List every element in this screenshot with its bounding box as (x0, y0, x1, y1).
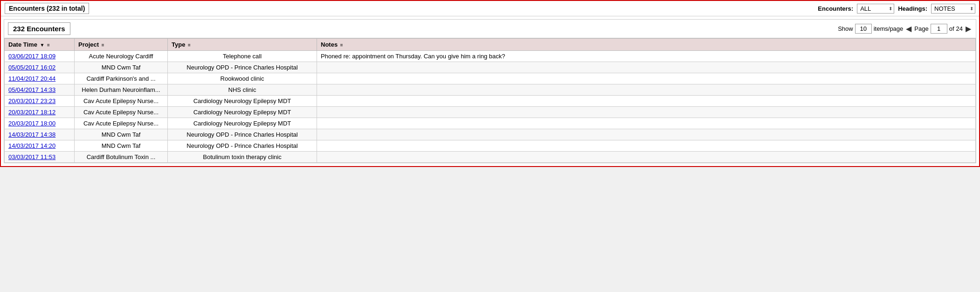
headings-filter-label: Headings: (898, 5, 927, 12)
headings-select[interactable]: NOTES SUMMARY DETAILS (931, 4, 975, 14)
datetime-link[interactable]: 14/03/2017 14:20 (8, 142, 55, 149)
table-row: 03/03/2017 11:53Cardiff Botulinum Toxin … (5, 152, 976, 163)
page-label: Page (914, 25, 928, 32)
encounters-select-wrapper[interactable]: ALL Active Inactive (857, 4, 894, 14)
col-header-datetime[interactable]: Date Time ▼ ≡ (5, 39, 75, 51)
cell-datetime: 11/04/2017 20:44 (5, 73, 75, 84)
panel-title: Encounters (232 in total) (5, 3, 89, 14)
cell-project: MND Cwm Taf (75, 129, 168, 140)
datetime-link[interactable]: 05/05/2017 16:02 (8, 64, 55, 71)
datetime-sort-icon[interactable]: ▼ (40, 42, 45, 48)
datetime-link[interactable]: 03/03/2017 11:53 (8, 153, 55, 160)
cell-datetime: 03/03/2017 11:53 (5, 152, 75, 163)
encounters-count: 232 Encounters (8, 22, 70, 35)
cell-project: Cav Acute Epilepsy Nurse... (75, 118, 168, 129)
cell-project: Cardiff Botulinum Toxin ... (75, 152, 168, 163)
of-label: of (949, 25, 954, 32)
cell-notes (317, 129, 976, 140)
total-pages: 24 (956, 25, 963, 32)
cell-project: Cardiff Parkinson's and ... (75, 73, 168, 84)
table-row: 14/03/2017 14:38MND Cwm TafNeurology OPD… (5, 129, 976, 140)
project-filter-icon[interactable]: ≡ (102, 42, 104, 48)
table-body: 03/06/2017 18:09Acute Neurology CardiffT… (5, 51, 976, 163)
col-header-notes[interactable]: Notes ≡ (317, 39, 976, 51)
cell-type: Cardiology Neurology Epilepsy MDT (168, 118, 317, 129)
next-page-button[interactable]: ▶ (965, 24, 972, 33)
top-bar-controls: Encounters: ALL Active Inactive Headings… (818, 4, 975, 14)
cell-type: Neurology OPD - Prince Charles Hospital (168, 62, 317, 73)
table-row: 20/03/2017 23:23Cav Acute Epilepsy Nurse… (5, 96, 976, 107)
table-row: 14/03/2017 14:20MND Cwm TafNeurology OPD… (5, 140, 976, 152)
current-page-input[interactable] (931, 24, 947, 34)
cell-notes (317, 73, 976, 84)
table-row: 11/04/2017 20:44Cardiff Parkinson's and … (5, 73, 976, 84)
datetime-link[interactable]: 20/03/2017 23:23 (8, 97, 55, 104)
cell-type: Telephone call (168, 51, 317, 62)
cell-notes (317, 62, 976, 73)
cell-datetime: 03/06/2017 18:09 (5, 51, 75, 62)
col-notes-label: Notes (321, 41, 338, 48)
cell-datetime: 05/04/2017 14:33 (5, 84, 75, 96)
datetime-link[interactable]: 20/03/2017 18:00 (8, 120, 55, 127)
cell-datetime: 14/03/2017 14:20 (5, 140, 75, 152)
cell-datetime: 20/03/2017 18:00 (5, 118, 75, 129)
cell-project: MND Cwm Taf (75, 140, 168, 152)
type-filter-icon[interactable]: ≡ (188, 42, 191, 48)
datetime-link[interactable]: 11/04/2017 20:44 (8, 75, 55, 82)
cell-project: MND Cwm Taf (75, 62, 168, 73)
encounters-panel: Encounters (232 in total) Encounters: AL… (0, 0, 980, 167)
cell-notes: Phoned re: appointment on Thursday. Can … (317, 51, 976, 62)
cell-type: Botulinum toxin therapy clinic (168, 152, 317, 163)
show-label: Show (838, 25, 853, 32)
datetime-link[interactable]: 14/03/2017 14:38 (8, 131, 55, 138)
notes-filter-icon[interactable]: ≡ (340, 42, 343, 48)
cell-type: Rookwood clinic (168, 73, 317, 84)
cell-type: Neurology OPD - Prince Charles Hospital (168, 140, 317, 152)
cell-notes (317, 84, 976, 96)
col-header-type[interactable]: Type ≡ (168, 39, 317, 51)
top-bar: Encounters (232 in total) Encounters: AL… (1, 1, 979, 16)
datetime-link[interactable]: 03/06/2017 18:09 (8, 53, 55, 60)
prev-page-button[interactable]: ◀ (905, 24, 912, 33)
table-row: 05/04/2017 14:33Helen Durham Neuroinflam… (5, 84, 976, 96)
col-project-label: Project (78, 41, 99, 48)
cell-notes (317, 96, 976, 107)
items-per-page-label: items/page (874, 25, 904, 32)
cell-datetime: 05/05/2017 16:02 (5, 62, 75, 73)
cell-notes (317, 140, 976, 152)
cell-datetime: 20/03/2017 18:12 (5, 107, 75, 118)
col-header-project[interactable]: Project ≡ (75, 39, 168, 51)
cell-project: Cav Acute Epilepsy Nurse... (75, 107, 168, 118)
cell-datetime: 20/03/2017 23:23 (5, 96, 75, 107)
cell-type: Neurology OPD - Prince Charles Hospital (168, 129, 317, 140)
cell-datetime: 14/03/2017 14:38 (5, 129, 75, 140)
cell-type: NHS clinic (168, 84, 317, 96)
cell-notes (317, 152, 976, 163)
col-datetime-label: Date Time (8, 41, 37, 48)
items-per-page-input[interactable] (855, 24, 872, 34)
cell-type: Cardiology Neurology Epilepsy MDT (168, 107, 317, 118)
cell-project: Helen Durham Neuroinflam... (75, 84, 168, 96)
encounters-filter-label: Encounters: (818, 5, 853, 12)
table-row: 20/03/2017 18:12Cav Acute Epilepsy Nurse… (5, 107, 976, 118)
encounters-table: Date Time ▼ ≡ Project ≡ Type ≡ Notes ≡ (4, 38, 976, 163)
col-type-label: Type (172, 41, 185, 48)
datetime-link[interactable]: 20/03/2017 18:12 (8, 109, 55, 116)
datetime-filter-icon[interactable]: ≡ (47, 42, 50, 48)
table-header-row: Date Time ▼ ≡ Project ≡ Type ≡ Notes ≡ (5, 39, 976, 51)
pagination-controls: Show items/page ◀ Page of 24 ▶ (838, 24, 972, 34)
table-row: 20/03/2017 18:00Cav Acute Epilepsy Nurse… (5, 118, 976, 129)
datetime-link[interactable]: 05/04/2017 14:33 (8, 86, 55, 93)
cell-project: Acute Neurology Cardiff (75, 51, 168, 62)
encounters-select[interactable]: ALL Active Inactive (857, 4, 894, 14)
inner-container: 232 Encounters Show items/page ◀ Page of… (4, 19, 976, 163)
headings-select-wrapper[interactable]: NOTES SUMMARY DETAILS (931, 4, 975, 14)
cell-notes (317, 118, 976, 129)
inner-header: 232 Encounters Show items/page ◀ Page of… (4, 20, 976, 38)
table-row: 05/05/2017 16:02MND Cwm TafNeurology OPD… (5, 62, 976, 73)
cell-project: Cav Acute Epilepsy Nurse... (75, 96, 168, 107)
table-row: 03/06/2017 18:09Acute Neurology CardiffT… (5, 51, 976, 62)
cell-notes (317, 107, 976, 118)
cell-type: Cardiology Neurology Epilepsy MDT (168, 96, 317, 107)
